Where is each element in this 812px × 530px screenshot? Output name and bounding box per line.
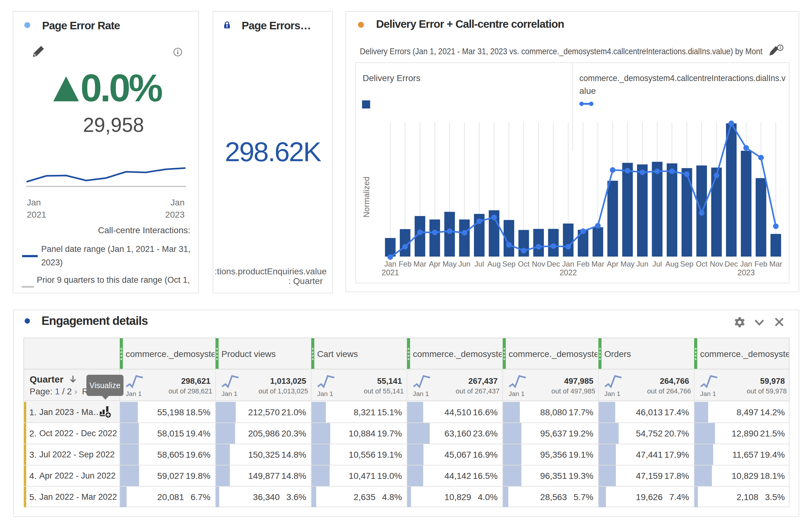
svg-text:Normalized: Normalized xyxy=(362,176,371,218)
svg-text:Feb: Feb xyxy=(398,260,411,268)
svg-text:Jan: Jan xyxy=(384,260,396,268)
svg-text:May: May xyxy=(443,260,456,268)
svg-text:Jul: Jul xyxy=(475,260,484,268)
svg-text:Sep: Sep xyxy=(502,260,516,268)
svg-text:Jun: Jun xyxy=(636,260,649,268)
svg-text:Apr: Apr xyxy=(607,260,618,268)
svg-text:Oct: Oct xyxy=(696,260,708,268)
svg-text:Oct: Oct xyxy=(518,260,530,268)
svg-text:Mar: Mar xyxy=(769,260,782,268)
svg-text:Aug: Aug xyxy=(488,260,501,268)
svg-text:Mar: Mar xyxy=(414,260,426,268)
svg-text:Feb: Feb xyxy=(577,260,589,268)
svg-text:2022: 2022 xyxy=(560,268,577,277)
svg-text:Delivery Errors: Delivery Errors xyxy=(363,73,420,83)
svg-text:Jan: Jan xyxy=(562,260,575,268)
svg-text:Dec: Dec xyxy=(725,260,738,268)
svg-text:Feb: Feb xyxy=(755,260,767,268)
svg-text:Nov: Nov xyxy=(532,260,546,268)
svg-text:commerce._demosystem4.callcent: commerce._demosystem4.callcentreInteract… xyxy=(579,73,785,83)
svg-text:Aug: Aug xyxy=(665,260,679,268)
svg-text:Jul: Jul xyxy=(652,260,662,268)
svg-text:alue: alue xyxy=(579,86,596,96)
svg-text:Sep: Sep xyxy=(680,260,694,268)
svg-text:Apr: Apr xyxy=(429,260,440,268)
svg-text:Jun: Jun xyxy=(459,260,470,268)
svg-text:Mar: Mar xyxy=(592,260,604,268)
svg-text:2023: 2023 xyxy=(738,268,755,277)
svg-text:2021: 2021 xyxy=(382,268,399,277)
svg-text:May: May xyxy=(621,260,635,268)
svg-text:Jan: Jan xyxy=(740,260,752,268)
svg-text:Nov: Nov xyxy=(710,260,723,268)
svg-text:Dec: Dec xyxy=(547,260,560,268)
